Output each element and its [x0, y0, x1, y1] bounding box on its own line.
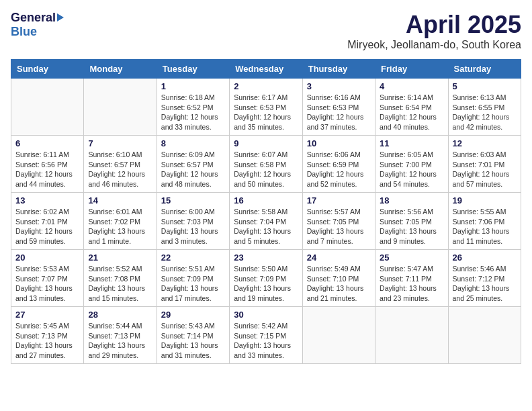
day-info: Sunrise: 6:01 AM Sunset: 7:02 PM Dayligh… [88, 207, 152, 246]
calendar-cell: 9Sunrise: 6:07 AM Sunset: 6:58 PM Daylig… [230, 136, 302, 193]
calendar-cell: 10Sunrise: 6:06 AM Sunset: 6:59 PM Dayli… [302, 136, 375, 193]
calendar-cell [302, 307, 375, 364]
calendar-cell: 13Sunrise: 6:02 AM Sunset: 7:01 PM Dayli… [11, 193, 84, 250]
day-info: Sunrise: 5:43 AM Sunset: 7:14 PM Dayligh… [161, 321, 225, 361]
weekday-header-sunday: Sunday [11, 60, 84, 79]
logo-arrow-icon [57, 13, 64, 21]
day-number: 14 [88, 195, 152, 205]
week-row-4: 20Sunrise: 5:53 AM Sunset: 7:07 PM Dayli… [11, 250, 521, 307]
day-number: 28 [88, 310, 152, 320]
calendar-cell: 23Sunrise: 5:50 AM Sunset: 7:09 PM Dayli… [230, 250, 302, 307]
day-info: Sunrise: 6:07 AM Sunset: 6:58 PM Dayligh… [234, 150, 298, 189]
calendar-cell: 21Sunrise: 5:52 AM Sunset: 7:08 PM Dayli… [84, 250, 157, 307]
calendar-cell: 14Sunrise: 6:01 AM Sunset: 7:02 PM Dayli… [84, 193, 157, 250]
day-info: Sunrise: 6:10 AM Sunset: 6:57 PM Dayligh… [88, 150, 152, 189]
weekday-header-wednesday: Wednesday [230, 60, 302, 79]
weekday-header-monday: Monday [84, 60, 157, 79]
calendar-cell: 15Sunrise: 6:00 AM Sunset: 7:03 PM Dayli… [157, 193, 229, 250]
day-number: 16 [234, 195, 298, 205]
day-number: 21 [88, 253, 152, 263]
calendar-cell: 12Sunrise: 6:03 AM Sunset: 7:01 PM Dayli… [448, 136, 521, 193]
day-number: 17 [307, 195, 371, 205]
day-info: Sunrise: 6:02 AM Sunset: 7:01 PM Dayligh… [15, 207, 79, 246]
calendar-cell: 26Sunrise: 5:46 AM Sunset: 7:12 PM Dayli… [448, 250, 521, 307]
day-info: Sunrise: 6:03 AM Sunset: 7:01 PM Dayligh… [453, 150, 517, 189]
calendar-table: SundayMondayTuesdayWednesdayThursdayFrid… [11, 59, 521, 364]
calendar-cell [11, 79, 84, 136]
calendar-cell: 4Sunrise: 6:14 AM Sunset: 6:54 PM Daylig… [375, 79, 448, 136]
day-number: 4 [380, 81, 443, 91]
day-number: 27 [15, 310, 79, 320]
calendar-header-row: SundayMondayTuesdayWednesdayThursdayFrid… [11, 60, 521, 79]
day-number: 19 [453, 195, 517, 205]
calendar-cell: 20Sunrise: 5:53 AM Sunset: 7:07 PM Dayli… [11, 250, 84, 307]
day-info: Sunrise: 6:06 AM Sunset: 6:59 PM Dayligh… [307, 150, 371, 189]
calendar-cell: 7Sunrise: 6:10 AM Sunset: 6:57 PM Daylig… [84, 136, 157, 193]
calendar-cell: 5Sunrise: 6:13 AM Sunset: 6:55 PM Daylig… [448, 79, 521, 136]
calendar-cell: 24Sunrise: 5:49 AM Sunset: 7:10 PM Dayli… [302, 250, 375, 307]
day-info: Sunrise: 5:42 AM Sunset: 7:15 PM Dayligh… [234, 321, 298, 361]
title-section: April 2025 Miryeok, Jeollanam-do, South … [347, 11, 521, 51]
day-number: 23 [234, 253, 298, 263]
calendar-cell: 28Sunrise: 5:44 AM Sunset: 7:13 PM Dayli… [84, 307, 157, 364]
month-title: April 2025 [347, 11, 521, 39]
calendar-cell: 11Sunrise: 6:05 AM Sunset: 7:00 PM Dayli… [375, 136, 448, 193]
day-info: Sunrise: 6:17 AM Sunset: 6:53 PM Dayligh… [234, 93, 298, 132]
week-row-5: 27Sunrise: 5:45 AM Sunset: 7:13 PM Dayli… [11, 307, 521, 364]
day-info: Sunrise: 5:51 AM Sunset: 7:09 PM Dayligh… [161, 264, 225, 304]
day-number: 26 [453, 253, 517, 263]
calendar-cell: 3Sunrise: 6:16 AM Sunset: 6:53 PM Daylig… [302, 79, 375, 136]
day-number: 20 [15, 253, 79, 263]
day-number: 11 [380, 138, 443, 148]
calendar-cell [448, 307, 521, 364]
day-info: Sunrise: 6:14 AM Sunset: 6:54 PM Dayligh… [380, 93, 443, 132]
calendar-cell: 29Sunrise: 5:43 AM Sunset: 7:14 PM Dayli… [157, 307, 229, 364]
day-number: 24 [307, 253, 371, 263]
calendar-cell: 17Sunrise: 5:57 AM Sunset: 7:05 PM Dayli… [302, 193, 375, 250]
weekday-header-saturday: Saturday [448, 60, 521, 79]
calendar-cell: 2Sunrise: 6:17 AM Sunset: 6:53 PM Daylig… [230, 79, 302, 136]
day-number: 6 [15, 138, 79, 148]
day-info: Sunrise: 5:58 AM Sunset: 7:04 PM Dayligh… [234, 207, 298, 246]
day-info: Sunrise: 6:11 AM Sunset: 6:56 PM Dayligh… [15, 150, 79, 189]
calendar-cell: 1Sunrise: 6:18 AM Sunset: 6:52 PM Daylig… [157, 79, 229, 136]
weekday-header-friday: Friday [375, 60, 448, 79]
logo-blue-text: Blue [11, 25, 37, 39]
calendar-cell: 19Sunrise: 5:55 AM Sunset: 7:06 PM Dayli… [448, 193, 521, 250]
day-info: Sunrise: 5:55 AM Sunset: 7:06 PM Dayligh… [453, 207, 517, 246]
week-row-2: 6Sunrise: 6:11 AM Sunset: 6:56 PM Daylig… [11, 136, 521, 193]
logo: General Blue [11, 11, 64, 39]
day-number: 29 [161, 310, 225, 320]
day-info: Sunrise: 5:46 AM Sunset: 7:12 PM Dayligh… [453, 264, 517, 304]
day-info: Sunrise: 5:47 AM Sunset: 7:11 PM Dayligh… [380, 264, 443, 304]
day-info: Sunrise: 5:53 AM Sunset: 7:07 PM Dayligh… [15, 264, 79, 304]
calendar-cell: 30Sunrise: 5:42 AM Sunset: 7:15 PM Dayli… [230, 307, 302, 364]
day-number: 2 [234, 81, 298, 91]
day-info: Sunrise: 6:18 AM Sunset: 6:52 PM Dayligh… [161, 93, 225, 132]
day-number: 13 [15, 195, 79, 205]
day-number: 5 [453, 81, 517, 91]
day-info: Sunrise: 6:09 AM Sunset: 6:57 PM Dayligh… [161, 150, 225, 189]
day-number: 30 [234, 310, 298, 320]
day-number: 7 [88, 138, 152, 148]
location-subtitle: Miryeok, Jeollanam-do, South Korea [347, 39, 521, 51]
weekday-header-tuesday: Tuesday [157, 60, 229, 79]
day-info: Sunrise: 6:05 AM Sunset: 7:00 PM Dayligh… [380, 150, 443, 189]
day-info: Sunrise: 5:57 AM Sunset: 7:05 PM Dayligh… [307, 207, 371, 246]
week-row-3: 13Sunrise: 6:02 AM Sunset: 7:01 PM Dayli… [11, 193, 521, 250]
day-number: 10 [307, 138, 371, 148]
day-info: Sunrise: 6:16 AM Sunset: 6:53 PM Dayligh… [307, 93, 371, 132]
day-info: Sunrise: 5:50 AM Sunset: 7:09 PM Dayligh… [234, 264, 298, 304]
day-info: Sunrise: 5:44 AM Sunset: 7:13 PM Dayligh… [88, 321, 152, 361]
calendar-cell: 16Sunrise: 5:58 AM Sunset: 7:04 PM Dayli… [230, 193, 302, 250]
day-number: 1 [161, 81, 225, 91]
day-info: Sunrise: 5:52 AM Sunset: 7:08 PM Dayligh… [88, 264, 152, 304]
day-info: Sunrise: 6:13 AM Sunset: 6:55 PM Dayligh… [453, 93, 517, 132]
week-row-1: 1Sunrise: 6:18 AM Sunset: 6:52 PM Daylig… [11, 79, 521, 136]
day-info: Sunrise: 5:49 AM Sunset: 7:10 PM Dayligh… [307, 264, 371, 304]
calendar-cell [375, 307, 448, 364]
day-number: 22 [161, 253, 225, 263]
day-info: Sunrise: 6:00 AM Sunset: 7:03 PM Dayligh… [161, 207, 225, 246]
calendar-cell [84, 79, 157, 136]
day-number: 3 [307, 81, 371, 91]
